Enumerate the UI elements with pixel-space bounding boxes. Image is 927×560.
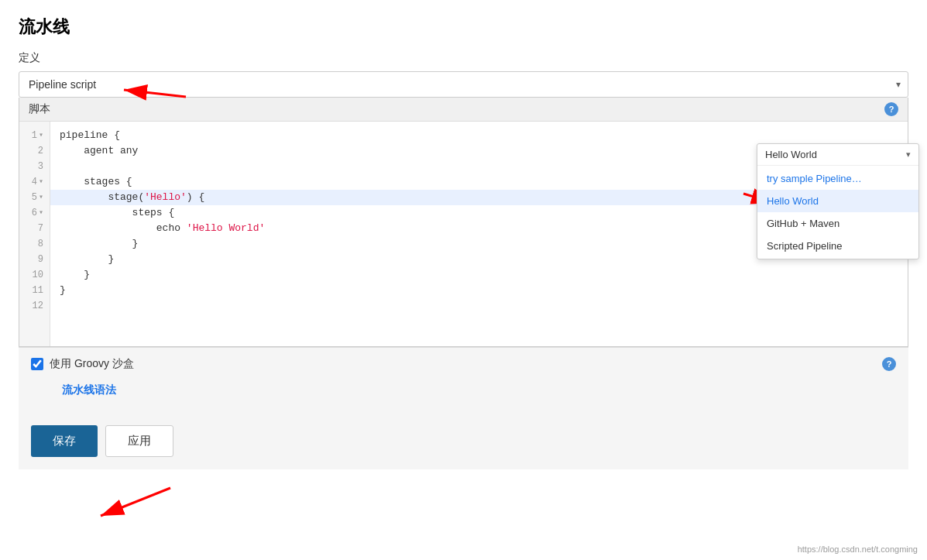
- page-title: 流水线: [19, 15, 908, 39]
- script-header-label: 脚本: [29, 102, 50, 116]
- sample-chevron-icon: ▾: [906, 149, 911, 160]
- line-num-4: 4: [19, 174, 50, 190]
- line-num-3: 3: [19, 159, 50, 174]
- line-num-2: 2: [19, 143, 50, 159]
- syntax-link[interactable]: 流水线语法: [31, 380, 896, 407]
- groovy-help-icon[interactable]: ?: [882, 357, 896, 371]
- sample-dropdown-items: try sample Pipeline… Hello World GitHub …: [757, 166, 918, 259]
- svg-line-3: [101, 488, 170, 516]
- line-num-11: 11: [19, 283, 50, 298]
- watermark: https://blog.csdn.net/t.congming: [798, 545, 918, 554]
- groovy-section: 使用 Groovy 沙盒 ?: [19, 347, 908, 380]
- code-line-12: [50, 298, 908, 314]
- sample-item-hello-world[interactable]: Hello World: [757, 190, 918, 212]
- buttons-section: 保存 应用: [19, 413, 908, 469]
- sample-dropdown-header: Hello World ▾: [757, 144, 918, 166]
- sample-item-scripted[interactable]: Scripted Pipeline: [757, 235, 918, 257]
- line-num-12: 12: [19, 298, 50, 314]
- sample-item-try-sample[interactable]: try sample Pipeline…: [757, 167, 918, 190]
- line-num-8: 8: [19, 236, 50, 252]
- page-wrapper: 流水线 定义 Pipeline scriptPipeline script fr…: [0, 0, 927, 560]
- line-num-1: 1: [19, 128, 50, 143]
- code-line-10: }: [50, 267, 908, 283]
- sample-dropdown[interactable]: Hello World ▾ try sample Pipeline… Hello…: [757, 143, 919, 259]
- definition-select-wrapper: Pipeline scriptPipeline script from SCM …: [19, 71, 908, 98]
- syntax-link-wrapper: 流水线语法: [19, 380, 908, 413]
- help-icon[interactable]: ?: [884, 102, 898, 116]
- line-num-10: 10: [19, 267, 50, 283]
- line-num-6: 6: [19, 205, 50, 221]
- line-num-7: 7: [19, 221, 50, 236]
- code-line-1: pipeline {: [50, 128, 908, 143]
- definition-label: 定义: [19, 51, 908, 65]
- sample-item-github-maven[interactable]: GitHub + Maven: [757, 212, 918, 235]
- definition-select[interactable]: Pipeline scriptPipeline script from SCM: [19, 71, 908, 98]
- script-header: 脚本 ?: [19, 98, 908, 122]
- code-line-11: }: [50, 283, 908, 298]
- line-num-5: 5: [19, 190, 50, 205]
- line-numbers: 1 2 3 4 5 6 7 8 9 10 11 12: [19, 122, 50, 346]
- sample-dropdown-selected: Hello World: [765, 149, 817, 160]
- save-button[interactable]: 保存: [31, 425, 98, 457]
- groovy-checkbox[interactable]: [31, 358, 43, 370]
- groovy-label: 使用 Groovy 沙盒: [50, 357, 134, 371]
- line-num-9: 9: [19, 252, 50, 267]
- apply-button[interactable]: 应用: [105, 425, 173, 457]
